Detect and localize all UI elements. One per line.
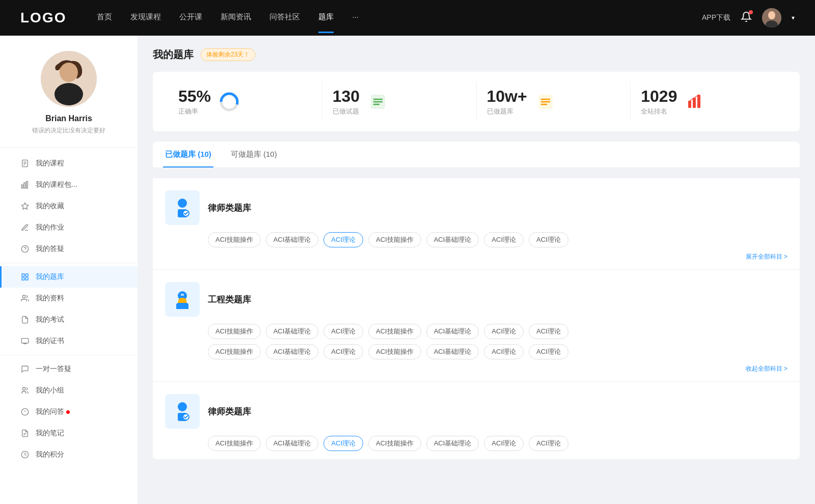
qbank-tag[interactable]: ACI理论 (484, 436, 524, 451)
qbank-tag-active[interactable]: ACI理论 (323, 436, 363, 451)
qbank-tag[interactable]: ACI技能操作 (368, 324, 421, 339)
tab-available-banks[interactable]: 可做题库 (10) (229, 142, 279, 167)
qbank-tag[interactable]: ACI技能操作 (208, 232, 261, 247)
qbank-tag[interactable]: ACI技能操作 (208, 436, 261, 451)
sidebar-profile: Brian Harris 错误的决定比没有决定要好 (0, 51, 138, 148)
sidebar-label: 我的课程 (36, 159, 64, 168)
stat-accuracy: 55% 正确率 (168, 82, 322, 121)
stat-ranking: 1029 全站排名 (631, 82, 784, 121)
svg-rect-41 (693, 98, 696, 108)
qbank-tag[interactable]: ACI技能操作 (368, 232, 421, 247)
question-circle-icon (20, 244, 30, 254)
sidebar-item-points[interactable]: 我的积分 (0, 444, 138, 465)
list-green-icon (368, 92, 388, 112)
sidebar-label: 我的小组 (36, 386, 64, 395)
sidebar: Brian Harris 错误的决定比没有决定要好 我的课程 我的课程包... (0, 36, 138, 504)
qbank-tags-1: ACI技能操作 ACI基础理论 ACI理论 ACI技能操作 ACI基础理论 AC… (165, 232, 787, 247)
qbank-tag[interactable]: ACI基础理论 (426, 232, 479, 247)
nav-discover[interactable]: 发现课程 (130, 12, 161, 24)
nav-qa[interactable]: 问答社区 (269, 12, 300, 24)
sidebar-item-group[interactable]: 我的小组 (0, 380, 138, 401)
qbank-tag[interactable]: ACI理论 (323, 324, 363, 339)
stat-label-done-b: 已做题库 (487, 107, 527, 116)
sidebar-divider (0, 263, 138, 263)
grid-icon (20, 272, 30, 282)
svg-point-49 (178, 402, 187, 411)
edit-icon (20, 223, 30, 232)
qbank-tag[interactable]: ACI理论 (529, 344, 568, 359)
nav-qbank[interactable]: 题库 (318, 12, 334, 24)
qbank-tag[interactable]: ACI理论 (529, 324, 568, 339)
page-title: 我的题库 (153, 48, 194, 62)
logo[interactable]: LOGO (20, 10, 66, 26)
svg-rect-11 (21, 185, 23, 188)
qbank-title-2: 工程类题库 (208, 294, 251, 305)
qbank-container: 律师类题库 ACI技能操作 ACI基础理论 ACI理论 ACI技能操作 ACI基… (153, 178, 800, 459)
qbank-tag[interactable]: ACI理论 (484, 324, 524, 339)
sidebar-item-qbank[interactable]: 我的题库 (0, 266, 138, 288)
sidebar-label: 我的积分 (36, 450, 64, 459)
qbank-tag[interactable]: ACI理论 (529, 232, 568, 247)
sidebar-item-course-package[interactable]: 我的课程包... (0, 174, 138, 195)
sidebar-label: 我的收藏 (36, 202, 64, 211)
app-download-button[interactable]: APP下载 (702, 13, 730, 22)
qbank-tag[interactable]: ACI基础理论 (426, 436, 479, 451)
sidebar-item-1on1[interactable]: 一对一答疑 (0, 358, 138, 380)
sidebar-item-favorites[interactable]: 我的收藏 (0, 195, 138, 217)
sidebar-item-notes[interactable]: 我的笔记 (0, 423, 138, 444)
qbank-tag[interactable]: ACI理论 (323, 344, 363, 359)
sidebar-item-questions[interactable]: 我的答疑 (0, 238, 138, 260)
qbank-tag[interactable]: ACI技能操作 (208, 344, 261, 359)
user-avatar-nav[interactable] (762, 8, 781, 27)
sidebar-item-myqa[interactable]: 我的问答 (0, 401, 138, 423)
points-icon (20, 450, 30, 459)
svg-point-23 (22, 387, 25, 390)
sidebar-username: Brian Harris (45, 114, 92, 123)
qbank-tag[interactable]: ACI基础理论 (426, 344, 479, 359)
sidebar-item-homework[interactable]: 我的作业 (0, 217, 138, 238)
qbank-tag[interactable]: ACI理论 (529, 436, 568, 451)
qbank-tag[interactable]: ACI技能操作 (208, 324, 261, 339)
sidebar-item-certificate[interactable]: 我的证书 (0, 330, 138, 352)
qbank-tag[interactable]: ACI理论 (484, 344, 524, 359)
qbank-tag[interactable]: ACI基础理论 (266, 232, 319, 247)
nav-more[interactable]: ··· (352, 12, 359, 24)
nav-news[interactable]: 新闻资讯 (221, 12, 251, 24)
nav-opencourse[interactable]: 公开课 (179, 12, 202, 24)
notification-icon[interactable] (741, 11, 752, 24)
tab-done-banks[interactable]: 已做题库 (10) (163, 142, 213, 167)
stat-value-done-q: 130 (333, 87, 360, 106)
list-orange-icon (535, 92, 556, 112)
qbank-tag-active[interactable]: ACI理论 (323, 232, 363, 247)
qbank-title-3: 律师类题库 (208, 406, 251, 417)
svg-rect-13 (26, 181, 28, 188)
user-avatar (41, 51, 97, 107)
collapse-button-2[interactable]: 收起全部科目 > (746, 365, 787, 373)
qbank-tag[interactable]: ACI基础理论 (266, 324, 319, 339)
nav-home[interactable]: 首页 (97, 12, 112, 24)
svg-point-6 (60, 63, 78, 82)
bar-red-icon (685, 92, 705, 112)
svg-rect-48 (181, 294, 184, 296)
trial-badge: 体验剩余23天！ (201, 48, 255, 61)
sidebar-item-courses[interactable]: 我的课程 (0, 153, 138, 174)
sidebar-label: 我的作业 (36, 223, 64, 232)
certificate-icon (20, 337, 30, 346)
expand-button-1[interactable]: 展开全部科目 > (746, 253, 787, 261)
sidebar-label: 我的资料 (36, 294, 64, 303)
qbank-tag[interactable]: ACI基础理论 (266, 436, 319, 451)
stat-done-banks: 10w+ 已做题库 (477, 82, 631, 121)
sidebar-menu: 我的课程 我的课程包... 我的收藏 我的作业 (0, 153, 138, 465)
qbank-icon-engineer (165, 282, 200, 317)
qbank-tag[interactable]: ACI技能操作 (368, 344, 421, 359)
user-menu-chevron[interactable]: ▾ (792, 14, 795, 21)
stat-value-rank: 1029 (641, 87, 677, 106)
qbank-tag[interactable]: ACI基础理论 (266, 344, 319, 359)
qbank-tag[interactable]: ACI技能操作 (368, 436, 421, 451)
qa-badge-dot (66, 410, 70, 414)
stat-value-done-b: 10w+ (487, 87, 527, 106)
qbank-tag[interactable]: ACI理论 (484, 232, 524, 247)
sidebar-item-profile[interactable]: 我的资料 (0, 288, 138, 309)
qbank-tag[interactable]: ACI基础理论 (426, 324, 479, 339)
sidebar-item-exam[interactable]: 我的考试 (0, 309, 138, 330)
